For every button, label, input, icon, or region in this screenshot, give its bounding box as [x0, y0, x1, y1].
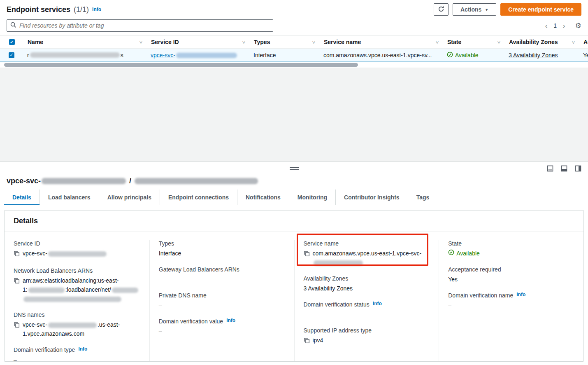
- copy-icon[interactable]: [14, 277, 20, 286]
- availability-zones-link[interactable]: 3 Availability Zones: [509, 52, 558, 58]
- field-service-id: Service ID vpce-svc-: [14, 240, 140, 259]
- refresh-button[interactable]: [434, 3, 449, 16]
- settings-gear-icon[interactable]: ⚙: [575, 21, 581, 30]
- field-domain-verification-value: Domain verification valueInfo –: [159, 318, 285, 336]
- filter-caret-icon[interactable]: ▽: [572, 40, 575, 44]
- details-column-4: State Available Acceptance required Yes: [439, 240, 583, 362]
- field-supported-ip-type: Supported IP address type ipv4: [304, 327, 430, 346]
- tab-endpoint-connections[interactable]: Endpoint connections: [160, 190, 237, 205]
- previous-page-button[interactable]: ‹: [545, 21, 548, 30]
- header-info-link[interactable]: Info: [92, 7, 101, 12]
- cell-types: Interface: [249, 49, 319, 61]
- tab-details[interactable]: Details: [4, 190, 40, 205]
- state-available-badge: Available: [448, 249, 480, 258]
- table-row[interactable]: ✓ rs vpce-svc- Interface com.amazonaws.v…: [0, 49, 588, 62]
- table-header-row: ✓ Name▽ Service ID▽ Types▽ Service name▽…: [0, 35, 588, 49]
- actions-button[interactable]: Actions ▼: [453, 3, 496, 16]
- details-tab-bar: Details Load balancers Allow principals …: [0, 190, 588, 205]
- table-section: Endpoint services (1/1) Info Actions ▼ C…: [0, 0, 588, 68]
- cell-name: rs: [23, 49, 146, 61]
- page-header: Endpoint services (1/1) Info Actions ▼ C…: [0, 0, 588, 19]
- tab-tags[interactable]: Tags: [408, 190, 438, 205]
- refresh-icon: [438, 6, 444, 14]
- copy-icon[interactable]: [304, 250, 310, 259]
- cell-availability-zones: 3 Availability Zones: [504, 49, 579, 61]
- field-dns-names: DNS names vpce-svc-.us-east- 1.vpce.amaz…: [14, 311, 140, 338]
- next-page-button[interactable]: ›: [562, 21, 565, 30]
- row-checkbox[interactable]: ✓: [9, 52, 14, 58]
- select-all-checkbox[interactable]: ✓: [9, 39, 15, 45]
- info-link[interactable]: Info: [78, 346, 87, 352]
- search-input[interactable]: [19, 22, 270, 29]
- copy-icon[interactable]: [304, 337, 310, 346]
- details-column-2: Types Interface Gateway Load Balancers A…: [149, 240, 294, 362]
- column-header-state[interactable]: State▽: [443, 36, 504, 48]
- field-glb-arns: Gateway Load Balancers ARNs –: [159, 266, 285, 284]
- current-page[interactable]: 1: [553, 22, 557, 29]
- info-link[interactable]: Info: [226, 318, 235, 323]
- cell-state: Available: [443, 49, 504, 61]
- column-header-types[interactable]: Types▽: [249, 36, 319, 48]
- field-state: State Available: [448, 240, 574, 258]
- field-nlb-arns: Network Load Balancers ARNs arn:aws:elas…: [14, 267, 140, 303]
- panel-layout-side-icon[interactable]: [575, 165, 581, 173]
- split-panel-bar: [0, 162, 588, 176]
- search-box[interactable]: [7, 19, 273, 32]
- tab-allow-principals[interactable]: Allow principals: [99, 190, 160, 205]
- horizontal-scrollbar-thumb[interactable]: [4, 63, 358, 67]
- details-column-1: Service ID vpce-svc- Network Load Balanc…: [5, 240, 149, 362]
- cell-service-id: vpce-svc-: [146, 49, 249, 61]
- search-icon: [10, 22, 16, 29]
- copy-icon[interactable]: [14, 321, 20, 330]
- column-header-name[interactable]: Name▽: [23, 36, 146, 48]
- filter-caret-icon[interactable]: ▽: [312, 40, 315, 44]
- field-domain-verification-type: Domain verification typeInfo –: [14, 346, 140, 362]
- field-availability-zones: Availability Zones 3 Availability Zones: [304, 275, 430, 293]
- tab-monitoring[interactable]: Monitoring: [289, 190, 335, 205]
- panel-position-bottom-icon[interactable]: [547, 165, 553, 173]
- field-acceptance-required: Acceptance required Yes: [448, 266, 574, 284]
- actions-button-label: Actions: [460, 6, 481, 13]
- tab-notifications[interactable]: Notifications: [237, 190, 289, 205]
- field-domain-verification-name: Domain verification nameInfo –: [448, 292, 574, 310]
- tab-contributor-insights[interactable]: Contributor Insights: [335, 190, 408, 205]
- column-header-service-id[interactable]: Service ID▽: [146, 36, 249, 48]
- horizontal-scrollbar: [0, 62, 588, 68]
- create-endpoint-service-button[interactable]: Create endpoint service: [500, 3, 581, 16]
- column-header-acceptance[interactable]: Acceptance required: [579, 36, 588, 48]
- resource-count: (1/1): [74, 5, 89, 14]
- pagination: ‹ 1 › ⚙: [545, 21, 581, 30]
- column-header-availability-zones[interactable]: Availability Zones▽: [504, 36, 579, 48]
- filter-caret-icon[interactable]: ▽: [139, 40, 142, 44]
- column-header-service-name[interactable]: Service name▽: [319, 36, 443, 48]
- state-available-badge: Available: [447, 51, 479, 59]
- field-service-name: Service name com.amazonaws.vpce.us-east-…: [304, 240, 430, 267]
- availability-zones-link[interactable]: 3 Availability Zones: [304, 284, 353, 293]
- chevron-down-icon: ▼: [485, 8, 488, 12]
- filter-caret-icon[interactable]: ▽: [497, 40, 500, 44]
- details-panel: vpce-svc- / Details Load balancers Allow…: [0, 162, 588, 365]
- info-link[interactable]: Info: [516, 292, 525, 297]
- cell-service-name: com.amazonaws.vpce.us-east-1.vpce-sv...: [319, 49, 443, 61]
- split-drag-handle[interactable]: [290, 167, 299, 171]
- panel-title: vpce-svc- /: [0, 176, 588, 190]
- check-circle-icon: [448, 249, 454, 258]
- details-card: Details Service ID vpce-svc- Network Loa…: [4, 210, 584, 362]
- panel-layout-bottom-icon[interactable]: [561, 165, 567, 173]
- filter-caret-icon[interactable]: ▽: [436, 40, 439, 44]
- check-circle-icon: [447, 51, 453, 59]
- endpoint-services-page: Endpoint services (1/1) Info Actions ▼ C…: [0, 0, 588, 365]
- field-types: Types Interface: [159, 240, 285, 258]
- cell-acceptance: Yes: [579, 49, 588, 61]
- info-link[interactable]: Info: [373, 301, 382, 307]
- copy-icon[interactable]: [14, 250, 20, 259]
- field-private-dns-name: Private DNS name –: [159, 292, 285, 310]
- details-card-heading: Details: [5, 211, 583, 232]
- table-toolbar: ‹ 1 › ⚙: [0, 19, 588, 35]
- tab-load-balancers[interactable]: Load balancers: [40, 190, 99, 205]
- service-id-link[interactable]: vpce-svc-: [151, 52, 238, 58]
- filter-caret-icon[interactable]: ▽: [242, 40, 245, 44]
- field-domain-verification-status: Domain verification statusInfo –: [304, 301, 430, 319]
- page-title: Endpoint services: [7, 5, 70, 14]
- details-column-3: Service name com.amazonaws.vpce.us-east-…: [294, 240, 439, 362]
